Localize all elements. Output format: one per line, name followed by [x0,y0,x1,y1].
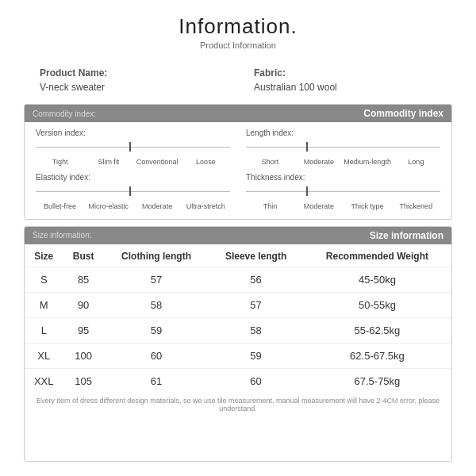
size-header: Size information: Size information [25,227,451,244]
version-opt-0: Tight [36,158,84,167]
elasticity-opt-2: Mod­erate [133,202,182,211]
table-cell: 59 [104,317,209,343]
length-indicator [306,142,308,152]
elasticity-track [36,191,230,192]
thickness-indicator [306,186,308,196]
col-clothing-length: Clothing length [104,244,209,267]
thickness-opt-2: Thick type [344,202,392,211]
thickness-group: Thickness index: Thin Moderate Thick typ… [230,173,440,211]
version-slider [36,140,230,155]
thickness-label: Thickness index: [246,173,440,182]
page: Information. Product Information Product… [0,0,476,476]
product-name-label: Product Name: [40,67,222,79]
table-cell: 90 [63,292,104,317]
thickness-opt-1: Moderate [294,202,343,211]
table-row: XXL105616067.5-75kg [25,368,451,393]
table-cell: 57 [209,292,303,317]
table-cell: 60 [104,343,209,368]
header: Information. Product Information [24,14,452,50]
table-row: XL100605962.5-67.5kg [25,343,451,368]
product-name-col: Product Name: V-neck sweater [40,67,222,93]
table-cell: XXL [25,368,63,393]
table-row: L95595855-62.5kg [25,317,451,343]
length-label: Length index: [246,129,440,137]
product-fabric-col: Fabric: Australian 100 wool [222,67,436,93]
table-cell: 55-62.5kg [303,317,451,343]
table-cell: 58 [104,292,209,317]
table-cell: 85 [63,267,104,292]
elasticity-opt-0: Bul­let-free [36,202,84,211]
version-group: Version index: Tight Slim fit Conven­tio… [36,129,230,167]
product-info: Product Name: V-neck sweater Fabric: Aus… [24,63,452,98]
thickness-slider [246,185,440,199]
elasticity-indicator [129,186,131,196]
version-track [36,147,230,148]
length-opt-2: Medi­um-length [344,158,392,167]
table-row: S85575645-50kg [25,267,451,292]
version-opt-1: Slim fit [84,158,132,167]
elasticity-labels: Bul­let-free Micro-e­lastic Mod­erate Ul… [36,202,230,211]
table-cell: 45-50kg [303,267,451,292]
version-labels: Tight Slim fit Conven­tional Loose [36,158,230,167]
table-row: M90585750-55kg [25,292,451,317]
elasticity-opt-1: Micro-e­lastic [84,202,132,211]
table-cell: L [25,317,63,343]
table-cell: 56 [209,267,303,292]
commodity-header-left: Commodity index: [33,109,96,118]
table-cell: 61 [104,368,209,393]
elasticity-label: Elasticity index: [36,173,230,182]
length-opt-3: Long [392,158,440,167]
col-sleeve-length: Sleeve length [209,244,303,267]
commodity-header-right: Commodity index [363,108,443,119]
table-cell: 95 [63,317,104,343]
length-opt-1: Moder­ate [294,158,343,167]
col-size: Size [25,244,63,267]
commodity-section: Commodity index: Commodity index Version… [24,104,452,220]
table-cell: 58 [209,317,303,343]
size-table: Size Bust Clothing length Sleeve length … [25,244,451,393]
elasticity-group: Elasticity index: Bul­let-free Micro-e­l… [36,173,230,211]
table-cell: 100 [63,343,104,368]
table-cell: S [25,267,63,292]
table-header-row: Size Bust Clothing length Sleeve length … [25,244,451,267]
version-opt-3: Loose [182,158,230,167]
length-slider [246,140,440,155]
thickness-opt-0: Thin [246,202,294,211]
length-track [246,147,440,148]
table-cell: 62.5-67.5kg [303,343,451,368]
length-group: Length index: Short Moder­ate Medi­um-le… [230,129,440,167]
page-title: Information. [24,14,452,39]
table-cell: 57 [104,267,209,292]
footnote: Every item of dress different design mat… [25,393,451,416]
thickness-track [246,191,440,192]
version-opt-2: Conven­tional [133,158,182,167]
elasticity-opt-3: Ultra­-stretch [182,202,230,211]
col-bust: Bust [63,244,104,267]
length-opt-0: Short [246,158,294,167]
elasticity-slider [36,185,230,199]
index-row-1: Version index: Tight Slim fit Conven­tio… [36,129,440,167]
product-fabric-label: Fabric: [254,67,436,79]
version-label: Version index: [36,129,230,137]
version-indicator [129,142,131,152]
size-section: Size information: Size information Size … [24,226,452,462]
product-fabric-value: Australian 100 wool [254,82,436,93]
col-recommended-weight: Recommended Weight [303,244,451,267]
table-cell: 59 [209,343,303,368]
index-row-2: Elasticity index: Bul­let-free Micro-e­l… [36,173,440,211]
product-name-value: V-neck sweater [40,82,222,93]
table-cell: 50-55kg [303,292,451,317]
commodity-header: Commodity index: Commodity index [25,105,451,122]
table-cell: XL [25,343,63,368]
table-cell: M [25,292,63,317]
page-subtitle: Product Information [24,40,452,50]
size-header-left: Size information: [33,231,91,240]
size-header-right: Size information [370,230,443,241]
table-cell: 60 [209,368,303,393]
thickness-opt-3: Thick­ened [392,202,440,211]
thickness-labels: Thin Moderate Thick type Thick­ened [246,202,440,211]
length-labels: Short Moder­ate Medi­um-length Long [246,158,440,167]
table-cell: 67.5-75kg [303,368,451,393]
commodity-content: Version index: Tight Slim fit Conven­tio… [25,122,451,219]
table-cell: 105 [63,368,104,393]
